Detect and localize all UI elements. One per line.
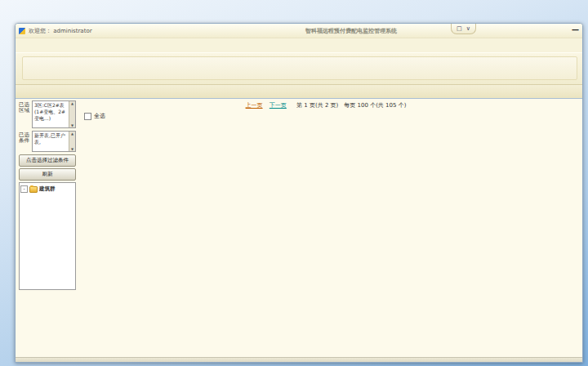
- meter-grid: [79, 122, 581, 357]
- app-title: 智科福远程预付费配电监控管理系统: [305, 27, 397, 35]
- region-listbox[interactable]: 3区:C区2#表 (1#变电、2#变电...) ▲ ▼: [32, 100, 76, 128]
- window-controls: □ ∨: [451, 24, 476, 34]
- next-page-link[interactable]: 下一页: [270, 102, 287, 109]
- menu-bar: [16, 38, 582, 52]
- refresh-button[interactable]: 刷新: [19, 168, 76, 181]
- page-info: 第 1 页(共 2 页) 每页 100 个(共 105 个): [296, 102, 406, 109]
- region-value: 3区:C区2#表 (1#变电、2#变电...): [34, 102, 65, 121]
- ribbon-empty-panel: [22, 56, 577, 80]
- scroll-down-icon[interactable]: ▼: [71, 147, 74, 151]
- condition-label: 已选条件: [19, 131, 30, 152]
- title-bar: 欢迎您： administrator 智科福远程预付费配电监控管理系统 □ ∨ …: [16, 24, 582, 38]
- region-label: 已选区域: [19, 100, 30, 128]
- content: 已选区域 3区:C区2#表 (1#变电、2#变电...) ▲ ▼ 已选条件 新开…: [16, 99, 582, 357]
- select-all[interactable]: 全选: [84, 112, 105, 120]
- tree-root[interactable]: - 建筑群: [20, 185, 74, 194]
- region-scrollbar[interactable]: ▲ ▼: [69, 101, 75, 127]
- select-all-checkbox[interactable]: [84, 113, 91, 120]
- building-tree: - 建筑群: [19, 182, 76, 290]
- ribbon: [16, 52, 582, 85]
- minimize-icon[interactable]: —: [572, 25, 579, 34]
- filter-button[interactable]: 点击选择过滤条件: [19, 154, 76, 167]
- main-panel: 上一页 下一页 第 1 页(共 2 页) 每页 100 个(共 105 个) 全…: [78, 99, 582, 357]
- condition-value: 新开表,已开户表,: [34, 132, 65, 145]
- condition-scrollbar[interactable]: ▲ ▼: [69, 132, 75, 151]
- desktop: { "window": { "welcome": "欢迎您： administr…: [0, 0, 588, 366]
- pagination: 上一页 下一页 第 1 页(共 2 页) 每页 100 个(共 105 个): [79, 99, 572, 110]
- actions-row: 全选: [79, 110, 572, 122]
- folder-icon: [29, 186, 38, 193]
- select-all-label: 全选: [94, 112, 105, 120]
- scroll-up-icon[interactable]: ▲: [71, 101, 74, 105]
- status-legend: [572, 99, 581, 103]
- welcome-text: 欢迎您： administrator: [29, 27, 92, 35]
- tree-root-label: 建筑群: [39, 185, 56, 193]
- main-toolbar: 上一页 下一页 第 1 页(共 2 页) 每页 100 个(共 105 个) 全…: [79, 99, 581, 122]
- chevron-down-icon[interactable]: ∨: [466, 25, 470, 32]
- app-icon: [19, 28, 25, 34]
- scroll-down-icon[interactable]: ▼: [71, 123, 74, 127]
- status-bar: [16, 357, 582, 363]
- app-window: 欢迎您： administrator 智科福远程预付费配电监控管理系统 □ ∨ …: [15, 23, 583, 363]
- document-tabs: [16, 85, 582, 99]
- condition-listbox[interactable]: 新开表,已开户表, ▲ ▼: [32, 131, 76, 152]
- scroll-up-icon[interactable]: ▲: [71, 132, 74, 136]
- maximize-icon[interactable]: □: [457, 25, 462, 32]
- prev-page-link[interactable]: 上一页: [246, 102, 263, 109]
- collapse-icon[interactable]: -: [20, 185, 28, 193]
- sidebar: 已选区域 3区:C区2#表 (1#变电、2#变电...) ▲ ▼ 已选条件 新开…: [16, 99, 78, 357]
